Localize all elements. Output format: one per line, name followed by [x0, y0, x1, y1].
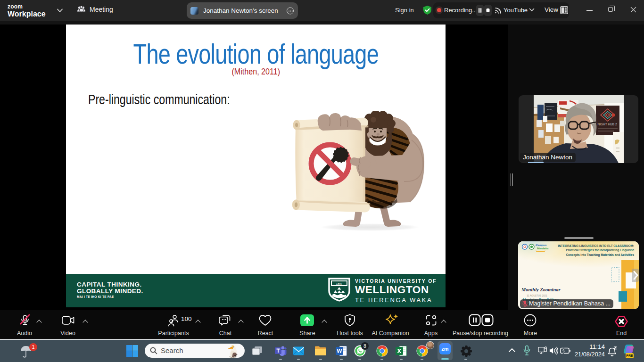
svg-text:NIGHT HUB 2: NIGHT HUB 2 — [597, 123, 617, 126]
svg-text:Monthly Zoominar: Monthly Zoominar — [521, 287, 561, 292]
svg-text:Merdeka: Merdeka — [537, 247, 549, 250]
svg-text:Practical Strategies for Incor: Practical Strategies for Incorporating L… — [566, 248, 634, 252]
svg-text:31 AGUSTUS 2021: 31 AGUSTUS 2021 — [527, 294, 547, 297]
svg-text:INTEGRATING LINGUISTICS INTO E: INTEGRATING LINGUISTICS INTO ELT CLASSRO… — [558, 244, 634, 247]
svg-text:Concepts into Teaching Materia: Concepts into Teaching Materials and Act… — [566, 253, 634, 257]
svg-text:1897: 1897 — [336, 282, 343, 285]
svg-text:Kampus: Kampus — [536, 244, 547, 247]
